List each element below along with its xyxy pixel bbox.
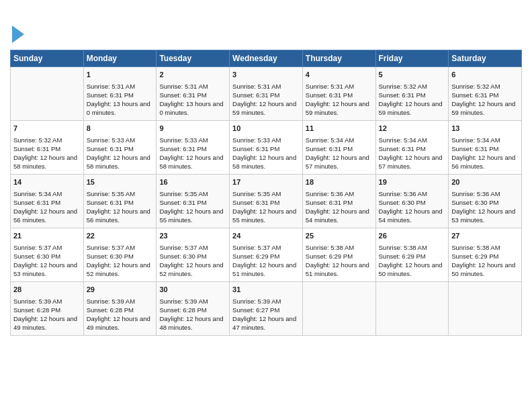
sunrise-text: Sunrise: 5:32 AM xyxy=(451,83,500,90)
sunset-text: Sunset: 6:31 PM xyxy=(87,199,134,206)
calendar-cell: 11Sunrise: 5:34 AMSunset: 6:31 PMDayligh… xyxy=(302,121,375,175)
sunset-text: Sunset: 6:31 PM xyxy=(87,91,134,99)
calendar-cell xyxy=(449,282,522,336)
day-number: 8 xyxy=(87,124,154,134)
weekday-header: Tuesday xyxy=(157,50,230,67)
sunrise-text: Sunrise: 5:35 AM xyxy=(87,190,135,197)
daylight-text: Daylight: 12 hours and 56 minutes. xyxy=(451,154,515,170)
day-number: 3 xyxy=(232,70,300,80)
daylight-text: Daylight: 12 hours and 52 minutes. xyxy=(87,261,150,277)
day-number: 19 xyxy=(379,177,446,187)
day-number: 27 xyxy=(451,231,519,241)
day-number: 11 xyxy=(306,124,373,134)
sunrise-text: Sunrise: 5:39 AM xyxy=(13,298,62,305)
daylight-text: Daylight: 12 hours and 54 minutes. xyxy=(306,208,369,224)
day-number: 16 xyxy=(159,177,226,187)
daylight-text: Daylight: 12 hours and 53 minutes. xyxy=(13,261,77,277)
sunset-text: Sunset: 6:31 PM xyxy=(159,199,206,206)
calendar-cell xyxy=(11,67,84,121)
daylight-text: Daylight: 12 hours and 55 minutes. xyxy=(159,208,223,224)
day-number: 30 xyxy=(159,285,226,295)
sunrise-text: Sunrise: 5:33 AM xyxy=(232,136,281,144)
calendar-cell: 31Sunrise: 5:39 AMSunset: 6:27 PMDayligh… xyxy=(230,282,303,336)
calendar-cell: 5Sunrise: 5:32 AMSunset: 6:31 PMDaylight… xyxy=(375,67,449,121)
sunrise-text: Sunrise: 5:31 AM xyxy=(232,83,281,90)
calendar-cell: 3Sunrise: 5:31 AMSunset: 6:31 PMDaylight… xyxy=(230,67,303,121)
sunrise-text: Sunrise: 5:39 AM xyxy=(87,298,135,305)
calendar-cell: 24Sunrise: 5:37 AMSunset: 6:29 PMDayligh… xyxy=(230,228,303,282)
calendar-cell: 9Sunrise: 5:33 AMSunset: 6:31 PMDaylight… xyxy=(157,121,230,175)
calendar-cell: 14Sunrise: 5:34 AMSunset: 6:31 PMDayligh… xyxy=(11,175,84,228)
sunrise-text: Sunrise: 5:38 AM xyxy=(306,244,354,251)
sunset-text: Sunset: 6:28 PM xyxy=(13,306,60,314)
daylight-text: Daylight: 12 hours and 50 minutes. xyxy=(451,261,515,277)
calendar-cell: 12Sunrise: 5:34 AMSunset: 6:31 PMDayligh… xyxy=(375,121,449,175)
sunset-text: Sunset: 6:31 PM xyxy=(306,199,353,206)
day-number: 7 xyxy=(13,124,81,134)
calendar-cell: 29Sunrise: 5:39 AMSunset: 6:28 PMDayligh… xyxy=(83,282,157,336)
day-number: 29 xyxy=(87,285,154,295)
daylight-text: Daylight: 12 hours and 59 minutes. xyxy=(451,100,515,116)
daylight-text: Daylight: 12 hours and 52 minutes. xyxy=(159,261,223,277)
day-number: 22 xyxy=(87,231,154,241)
calendar-cell: 26Sunrise: 5:38 AMSunset: 6:29 PMDayligh… xyxy=(375,228,449,282)
sunrise-text: Sunrise: 5:31 AM xyxy=(306,83,354,90)
daylight-text: Daylight: 12 hours and 47 minutes. xyxy=(232,315,296,331)
day-number: 10 xyxy=(232,124,300,134)
calendar-cell: 8Sunrise: 5:33 AMSunset: 6:31 PMDaylight… xyxy=(83,121,157,175)
calendar-cell: 4Sunrise: 5:31 AMSunset: 6:31 PMDaylight… xyxy=(302,67,375,121)
day-number: 21 xyxy=(13,231,81,241)
calendar-cell: 16Sunrise: 5:35 AMSunset: 6:31 PMDayligh… xyxy=(157,175,230,228)
daylight-text: Daylight: 12 hours and 59 minutes. xyxy=(232,100,296,116)
sunset-text: Sunset: 6:30 PM xyxy=(87,253,134,260)
day-number: 4 xyxy=(306,70,373,80)
day-number: 13 xyxy=(451,124,519,134)
daylight-text: Daylight: 12 hours and 53 minutes. xyxy=(451,208,515,224)
day-number: 28 xyxy=(13,285,81,295)
sunset-text: Sunset: 6:31 PM xyxy=(159,91,206,99)
sunrise-text: Sunrise: 5:35 AM xyxy=(232,190,281,197)
sunrise-text: Sunrise: 5:35 AM xyxy=(159,190,208,197)
sunset-text: Sunset: 6:31 PM xyxy=(379,145,426,152)
calendar-cell: 28Sunrise: 5:39 AMSunset: 6:28 PMDayligh… xyxy=(11,282,84,336)
day-number: 6 xyxy=(451,70,519,80)
day-number: 26 xyxy=(379,231,446,241)
sunset-text: Sunset: 6:29 PM xyxy=(232,253,279,260)
day-number: 24 xyxy=(232,231,300,241)
calendar-cell: 23Sunrise: 5:37 AMSunset: 6:30 PMDayligh… xyxy=(157,228,230,282)
sunset-text: Sunset: 6:31 PM xyxy=(159,145,206,152)
sunset-text: Sunset: 6:28 PM xyxy=(159,306,206,314)
sunrise-text: Sunrise: 5:36 AM xyxy=(451,190,500,197)
daylight-text: Daylight: 12 hours and 51 minutes. xyxy=(306,261,369,277)
sunrise-text: Sunrise: 5:34 AM xyxy=(13,190,62,197)
calendar-cell: 21Sunrise: 5:37 AMSunset: 6:30 PMDayligh… xyxy=(11,228,84,282)
calendar-cell: 20Sunrise: 5:36 AMSunset: 6:30 PMDayligh… xyxy=(449,175,522,228)
calendar-cell: 10Sunrise: 5:33 AMSunset: 6:31 PMDayligh… xyxy=(230,121,303,175)
calendar-week-row: 1Sunrise: 5:31 AMSunset: 6:31 PMDaylight… xyxy=(11,67,522,121)
weekday-header: Saturday xyxy=(449,50,522,67)
day-number: 9 xyxy=(159,124,226,134)
day-number: 12 xyxy=(379,124,446,134)
day-number: 2 xyxy=(159,70,226,80)
calendar-cell xyxy=(302,282,375,336)
daylight-text: Daylight: 12 hours and 57 minutes. xyxy=(379,154,443,170)
day-number: 14 xyxy=(13,177,81,187)
daylight-text: Daylight: 12 hours and 49 minutes. xyxy=(13,315,77,331)
daylight-text: Daylight: 12 hours and 58 minutes. xyxy=(159,154,223,170)
sunrise-text: Sunrise: 5:31 AM xyxy=(87,83,135,90)
daylight-text: Daylight: 12 hours and 51 minutes. xyxy=(232,261,296,277)
calendar-week-row: 14Sunrise: 5:34 AMSunset: 6:31 PMDayligh… xyxy=(11,175,522,228)
day-number: 31 xyxy=(232,285,300,295)
calendar-cell: 19Sunrise: 5:36 AMSunset: 6:30 PMDayligh… xyxy=(375,175,449,228)
day-number: 1 xyxy=(87,70,154,80)
calendar-week-row: 21Sunrise: 5:37 AMSunset: 6:30 PMDayligh… xyxy=(11,228,522,282)
day-number: 18 xyxy=(306,177,373,187)
sunset-text: Sunset: 6:31 PM xyxy=(232,199,279,206)
calendar-cell xyxy=(375,282,449,336)
daylight-text: Daylight: 12 hours and 50 minutes. xyxy=(379,261,443,277)
calendar-cell: 2Sunrise: 5:31 AMSunset: 6:31 PMDaylight… xyxy=(157,67,230,121)
daylight-text: Daylight: 12 hours and 56 minutes. xyxy=(13,208,77,224)
sunrise-text: Sunrise: 5:34 AM xyxy=(306,136,354,144)
daylight-text: Daylight: 12 hours and 48 minutes. xyxy=(159,315,223,331)
sunrise-text: Sunrise: 5:39 AM xyxy=(159,298,208,305)
